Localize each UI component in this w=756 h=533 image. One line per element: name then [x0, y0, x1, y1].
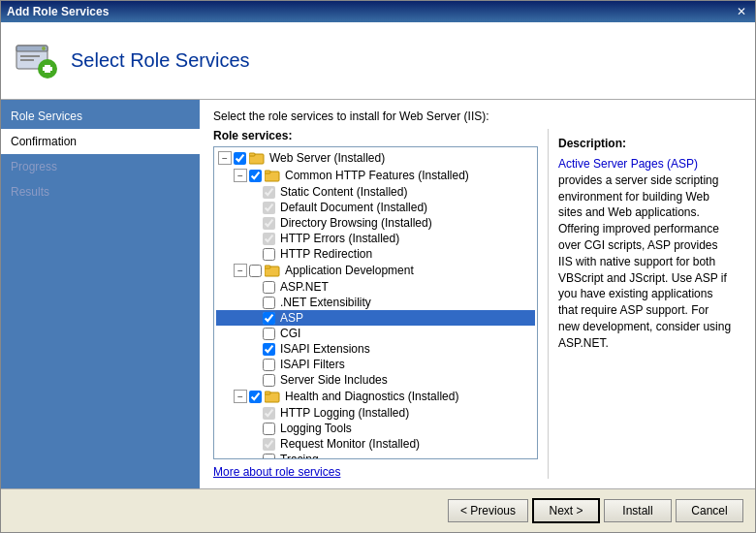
tree-row[interactable]: Logging Tools — [216, 421, 535, 436]
tree-row[interactable]: −Health and Diagnostics (Installed) — [216, 388, 535, 405]
tree-checkbox[interactable] — [263, 281, 275, 294]
tree-checkbox[interactable] — [234, 152, 246, 165]
close-button[interactable]: ✕ — [734, 5, 749, 18]
collapse-icon[interactable]: − — [234, 390, 247, 403]
tree-checkbox[interactable] — [249, 170, 262, 182]
desc-asp-link[interactable]: Active Server Pages (ASP) — [558, 157, 698, 171]
cancel-button[interactable]: Cancel — [676, 499, 743, 522]
svg-rect-7 — [43, 67, 52, 71]
tree-checkbox[interactable] — [263, 343, 275, 356]
tree-checkbox[interactable] — [263, 297, 275, 309]
tree-item-label: Logging Tools — [280, 422, 352, 435]
tree-checkbox[interactable] — [249, 265, 262, 277]
tree-row[interactable]: ISAPI Extensions — [216, 341, 535, 357]
main-description: Select the role services to install for … — [213, 110, 741, 123]
main-content: Select the role services to install for … — [200, 100, 755, 488]
tree-item-label: Web Server (Installed) — [269, 151, 385, 165]
tree-checkbox[interactable] — [263, 312, 275, 325]
desc-text: Active Server Pages (ASP) provides a ser… — [558, 156, 732, 352]
folder-icon — [265, 263, 280, 278]
header-icon — [13, 38, 59, 84]
svg-rect-4 — [20, 59, 34, 61]
tree-row[interactable]: HTTP Errors (Installed) — [216, 231, 535, 246]
more-link-anchor[interactable]: More about role services — [213, 465, 340, 479]
role-services-label: Role services: — [213, 129, 538, 142]
tree-row[interactable]: −Web Server (Installed) — [216, 149, 535, 167]
tree-checkbox — [263, 217, 275, 230]
svg-rect-13 — [265, 266, 270, 268]
tree-item-label: ASP.NET — [280, 280, 329, 294]
svg-rect-9 — [249, 153, 255, 156]
sidebar-item-progress[interactable]: Progress — [1, 154, 200, 179]
footer: < Previous Next > Install Cancel — [1, 488, 755, 532]
tree-item-label: Application Development — [285, 264, 414, 277]
tree-item-label: Default Document (Installed) — [280, 201, 427, 214]
sidebar-item-role-services[interactable]: Role Services — [1, 104, 200, 129]
folder-icon — [265, 389, 280, 404]
header: Select Role Services — [1, 22, 755, 100]
tree-item-label: CGI — [280, 327, 300, 340]
tree-item-label: Static Content (Installed) — [280, 185, 407, 199]
tree-item-label: ISAPI Extensions — [280, 342, 370, 356]
tree-checkbox[interactable] — [263, 423, 275, 435]
tree-row[interactable]: Directory Browsing (Installed) — [216, 215, 535, 231]
tree-row[interactable]: .NET Extensibility — [216, 295, 535, 310]
svg-rect-3 — [20, 55, 40, 57]
tree-item-label: ASP — [280, 311, 303, 325]
tree-row[interactable]: ASP.NET — [216, 279, 535, 295]
tree-row[interactable]: Static Content (Installed) — [216, 184, 535, 200]
tree-row[interactable]: −Common HTTP Features (Installed) — [216, 167, 535, 184]
tree-checkbox — [263, 407, 275, 420]
tree-item-label: Health and Diagnostics (Installed) — [285, 390, 458, 403]
more-link: More about role services — [213, 465, 538, 479]
sidebar-item-results[interactable]: Results — [1, 179, 200, 204]
tree-row[interactable]: −Application Development — [216, 262, 535, 279]
prev-button[interactable]: < Previous — [448, 499, 528, 522]
tree-row[interactable]: HTTP Logging (Installed) — [216, 405, 535, 421]
title-bar: Add Role Services ✕ — [1, 1, 755, 22]
tree-row[interactable]: Tracing — [216, 452, 535, 459]
tree-item-label: ISAPI Filters — [280, 358, 345, 371]
sidebar: Role ServicesConfirmationProgressResults — [1, 100, 200, 488]
tree-checkbox[interactable] — [263, 359, 275, 371]
tree-checkbox — [263, 186, 275, 199]
collapse-icon[interactable]: − — [234, 169, 247, 182]
tree-row[interactable]: Server Side Includes — [216, 372, 535, 388]
folder-icon — [249, 150, 265, 166]
window-title: Add Role Services — [7, 5, 109, 18]
tree-checkbox[interactable] — [249, 391, 262, 403]
install-button[interactable]: Install — [604, 499, 672, 522]
tree-row[interactable]: Default Document (Installed) — [216, 200, 535, 215]
tree-row[interactable]: ASP — [216, 310, 535, 326]
tree-checkbox[interactable] — [263, 328, 275, 340]
tree-checkbox — [263, 202, 275, 214]
svg-rect-15 — [265, 392, 270, 394]
collapse-icon[interactable]: − — [218, 151, 232, 165]
tree-checkbox[interactable] — [263, 374, 275, 387]
tree-item-label: .NET Extensibility — [280, 296, 371, 309]
tree-item-label: HTTP Logging (Installed) — [280, 406, 409, 420]
tree-checkbox — [263, 438, 275, 451]
content-area: Role ServicesConfirmationProgressResults… — [1, 100, 755, 488]
tree-item-label: Directory Browsing (Installed) — [280, 216, 432, 230]
description-panel: Description: Active Server Pages (ASP) p… — [548, 129, 741, 479]
tree-item-label: Server Side Includes — [280, 373, 388, 387]
tree-row[interactable]: ISAPI Filters — [216, 357, 535, 372]
collapse-icon[interactable]: − — [234, 264, 247, 277]
tree-checkbox — [263, 233, 275, 245]
sidebar-item-confirmation[interactable]: Confirmation — [1, 129, 200, 154]
tree-row[interactable]: CGI — [216, 326, 535, 341]
svg-point-2 — [42, 47, 46, 50]
tree-panel[interactable]: −Web Server (Installed)−Common HTTP Feat… — [213, 146, 538, 459]
folder-icon — [265, 168, 280, 183]
panels-row: Role services: −Web Server (Installed)−C… — [213, 129, 741, 479]
next-button[interactable]: Next > — [532, 498, 600, 523]
tree-item-label: HTTP Errors (Installed) — [280, 232, 399, 245]
tree-checkbox[interactable] — [263, 248, 275, 261]
tree-row[interactable]: HTTP Redirection — [216, 246, 535, 262]
tree-item-label: HTTP Redirection — [280, 247, 372, 261]
desc-title: Description: — [558, 137, 732, 150]
tree-checkbox[interactable] — [263, 454, 275, 460]
tree-item-label: Tracing — [280, 453, 319, 459]
tree-row[interactable]: Request Monitor (Installed) — [216, 436, 535, 452]
